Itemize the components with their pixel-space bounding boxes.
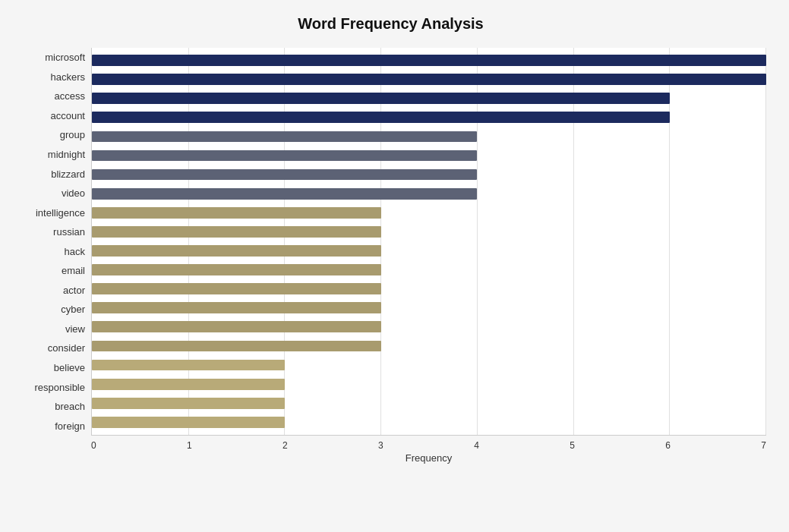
bar	[92, 74, 766, 85]
y-label: actor	[15, 285, 85, 295]
bar-row	[92, 203, 766, 222]
bar	[92, 207, 381, 219]
y-label: foreign	[15, 421, 85, 431]
y-label: responsible	[15, 382, 85, 392]
y-label: video	[15, 188, 85, 198]
x-axis-label: Frequency	[91, 452, 766, 464]
bar	[92, 321, 381, 332]
bar	[92, 302, 381, 313]
bar-row	[92, 146, 766, 165]
bar-row	[92, 279, 766, 298]
bar	[92, 379, 285, 390]
x-tick: 3	[378, 440, 383, 451]
bar-row	[92, 241, 766, 260]
y-label: russian	[15, 227, 85, 237]
bar-row	[92, 413, 766, 432]
bar-row	[92, 222, 766, 241]
bar	[92, 169, 477, 181]
y-label: group	[15, 130, 85, 140]
bar-row	[92, 165, 766, 184]
x-axis: 01234567	[91, 440, 766, 451]
bar	[92, 93, 670, 104]
y-label: hack	[15, 247, 85, 257]
bar-row	[92, 356, 766, 375]
bar-row	[92, 298, 766, 317]
y-axis: microsofthackersaccessaccountgroupmidnig…	[15, 48, 91, 436]
bar-row	[92, 394, 766, 413]
bar	[92, 188, 477, 200]
y-label: intelligence	[15, 208, 85, 218]
x-tick: 2	[282, 440, 288, 451]
y-label: consider	[15, 343, 85, 353]
bars-container	[92, 48, 766, 435]
bar-row	[92, 70, 766, 89]
bar-row	[92, 336, 766, 355]
y-label: access	[15, 91, 85, 101]
bar-row	[92, 127, 766, 146]
bar-row	[92, 89, 766, 108]
y-label: cyber	[15, 304, 85, 314]
x-tick: 0	[91, 440, 96, 451]
x-tick: 4	[474, 440, 479, 451]
bar-row	[92, 260, 766, 279]
bar-row	[92, 184, 766, 203]
x-tick: 5	[570, 440, 575, 451]
plot-area	[91, 48, 766, 436]
bar	[92, 226, 381, 238]
y-label: view	[15, 324, 85, 334]
y-label: breach	[15, 401, 85, 411]
y-label: midnight	[15, 150, 85, 159]
bar	[92, 131, 477, 143]
bar	[92, 398, 285, 409]
bar	[92, 360, 285, 371]
y-label: account	[15, 111, 85, 121]
bar-row	[92, 108, 766, 127]
bar	[92, 283, 381, 294]
y-label: blizzard	[15, 169, 85, 179]
bar	[92, 150, 477, 162]
bar	[92, 417, 285, 428]
chart-container: Word Frequency Analysis microsofthackers…	[0, 0, 789, 532]
bar	[92, 341, 381, 352]
bar-row	[92, 317, 766, 336]
bar	[92, 245, 381, 257]
bar	[92, 112, 670, 123]
bar	[92, 264, 381, 275]
bar-row	[92, 51, 766, 70]
bar	[92, 55, 766, 66]
x-tick: 7	[761, 440, 766, 451]
y-label: microsoft	[15, 52, 85, 62]
y-label: email	[15, 266, 85, 275]
bar-row	[92, 375, 766, 394]
chart-area: microsofthackersaccessaccountgroupmidnig…	[15, 48, 766, 436]
x-tick: 6	[665, 440, 671, 451]
y-label: believe	[15, 363, 85, 373]
x-tick: 1	[187, 440, 192, 451]
y-label: hackers	[15, 72, 85, 82]
chart-title: Word Frequency Analysis	[15, 15, 766, 33]
